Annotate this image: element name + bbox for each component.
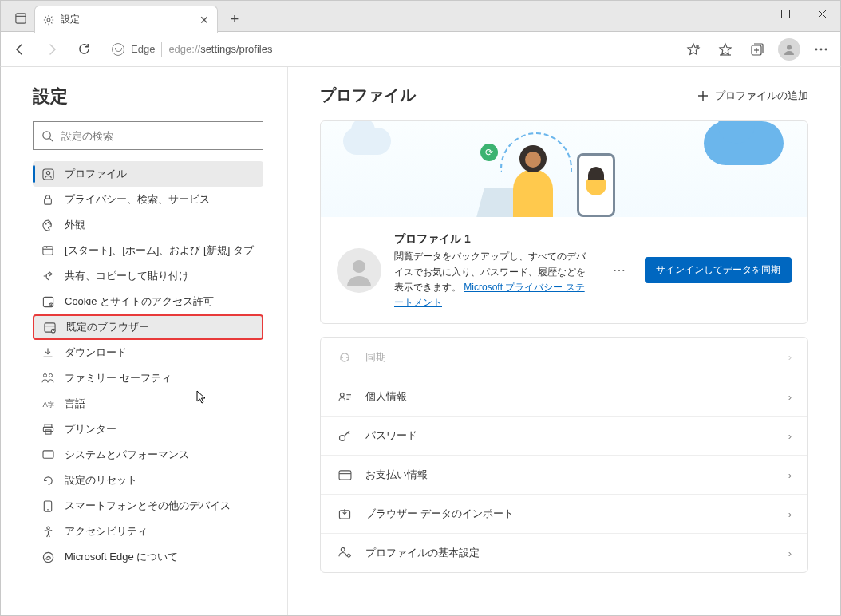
option-payment[interactable]: お支払い情報› (321, 455, 807, 494)
nav-item-profiles[interactable]: プロファイル (33, 161, 263, 187)
back-button[interactable] (6, 35, 34, 64)
option-profile-prefs[interactable]: プロファイルの基本設定› (321, 533, 807, 572)
nav-item-phone[interactable]: スマートフォンとその他のデバイス (33, 493, 263, 519)
nav-item-default-browser[interactable]: 既定のブラウザー (33, 314, 263, 340)
nav-item-reset[interactable]: 設定のリセット (33, 468, 263, 493)
option-personal-info[interactable]: 個人情報› (321, 377, 807, 416)
nav-item-share[interactable]: 共有、コピーして貼り付け (33, 263, 263, 289)
nav-item-downloads[interactable]: ダウンロード (33, 340, 263, 365)
add-profile-button[interactable]: プロファイルの追加 (697, 89, 808, 103)
window-icon (41, 245, 55, 256)
nav-item-privacy[interactable]: プライバシー、検索、サービス (33, 187, 263, 212)
cookie-icon (41, 296, 55, 308)
svg-rect-21 (45, 199, 52, 204)
lock-icon (41, 194, 55, 205)
collections-button[interactable] (743, 35, 772, 64)
browser-toolbar: Edge edge://settings/profiles (0, 32, 841, 67)
address-brand: Edge (131, 43, 155, 55)
profile-avatar (337, 248, 381, 293)
svg-rect-0 (16, 13, 26, 22)
chevron-right-icon: › (788, 351, 792, 363)
svg-point-14 (815, 48, 818, 50)
profile-hero-image: ⟳ (321, 121, 807, 217)
cloud-icon (704, 121, 784, 165)
search-icon (41, 130, 53, 142)
address-url: edge://settings/profiles (168, 43, 272, 55)
svg-rect-38 (45, 424, 52, 428)
nav-item-start[interactable]: [スタート]、[ホーム]、および [新規] タブ (33, 238, 263, 263)
main-header: プロファイル プロファイルの追加 (320, 85, 808, 106)
language-icon: A字 (41, 398, 55, 409)
share-icon (41, 270, 55, 282)
nav-item-languages[interactable]: A字言語 (33, 391, 263, 417)
chevron-right-icon: › (788, 430, 792, 442)
star-add-button[interactable] (679, 35, 708, 64)
chevron-right-icon: › (788, 547, 792, 559)
svg-point-46 (43, 552, 53, 562)
tab-grid-icon (15, 13, 26, 24)
nav-item-family[interactable]: ファミリー セーフティ (33, 365, 263, 391)
chevron-right-icon: › (788, 508, 792, 520)
svg-point-54 (340, 436, 345, 441)
system-icon (41, 450, 55, 460)
nav-item-system[interactable]: システムとパフォーマンス (33, 442, 263, 468)
favorites-button[interactable] (711, 35, 740, 64)
svg-point-13 (787, 45, 792, 49)
svg-rect-29 (43, 297, 53, 306)
option-passwords[interactable]: パスワード› (321, 416, 807, 455)
svg-rect-25 (43, 247, 53, 255)
sync-badge-icon: ⟳ (480, 144, 498, 161)
minimize-button[interactable] (730, 1, 767, 26)
option-import[interactable]: ブラウザー データのインポート› (321, 494, 807, 533)
svg-rect-55 (339, 471, 351, 480)
nav-item-accessibility[interactable]: アクセシビリティ (33, 519, 263, 544)
avatar-icon (343, 255, 375, 286)
svg-point-28 (46, 247, 47, 248)
edge-logo-icon (112, 43, 124, 56)
close-window-button[interactable] (803, 1, 840, 26)
maximize-button[interactable] (767, 1, 803, 26)
svg-point-22 (45, 223, 46, 224)
svg-point-23 (47, 221, 49, 223)
nav-item-cookies[interactable]: Cookie とサイトのアクセス許可 (33, 289, 263, 314)
address-bar[interactable]: Edge edge://settings/profiles (101, 37, 676, 62)
tab-close-button[interactable]: ✕ (199, 14, 209, 26)
profile-icon (41, 168, 55, 180)
menu-button[interactable] (807, 35, 835, 64)
svg-rect-41 (43, 450, 53, 457)
chevron-right-icon: › (788, 469, 792, 481)
settings-search[interactable] (33, 121, 263, 150)
svg-point-35 (49, 373, 52, 377)
window-titlebar: 設定 ✕ + (0, 0, 841, 32)
svg-point-24 (49, 223, 51, 224)
browser-icon (42, 322, 57, 334)
nav-item-about[interactable]: Microsoft Edge について (33, 544, 263, 570)
signin-sync-button[interactable]: サインインしてデータを同期 (645, 257, 792, 283)
profile-more-button[interactable]: ⋯ (606, 263, 632, 278)
svg-point-27 (45, 247, 45, 248)
phone-illustration (577, 153, 615, 217)
reset-icon (41, 475, 55, 487)
nav-item-appearance[interactable]: 外観 (33, 212, 263, 238)
settings-title: 設定 (33, 85, 263, 109)
svg-point-44 (47, 508, 49, 510)
svg-point-16 (825, 48, 827, 50)
plus-icon (697, 90, 709, 101)
refresh-button[interactable] (69, 35, 98, 64)
person-illustration (513, 169, 553, 217)
nav-item-printers[interactable]: プリンター (33, 417, 263, 442)
accessibility-icon (41, 526, 55, 538)
download-icon (41, 347, 55, 358)
svg-point-59 (347, 555, 350, 558)
card-icon (337, 470, 353, 480)
new-tab-button[interactable]: + (223, 7, 247, 31)
palette-icon (41, 219, 55, 231)
profile-button[interactable] (775, 35, 803, 64)
tab-actions-button[interactable] (7, 5, 34, 32)
svg-point-17 (43, 131, 50, 138)
settings-search-input[interactable] (61, 130, 255, 142)
browser-tab[interactable]: 設定 ✕ (34, 6, 218, 33)
forward-button[interactable] (38, 35, 66, 64)
svg-text:字: 字 (47, 401, 53, 409)
profile-name: プロファイル 1 (394, 230, 594, 247)
